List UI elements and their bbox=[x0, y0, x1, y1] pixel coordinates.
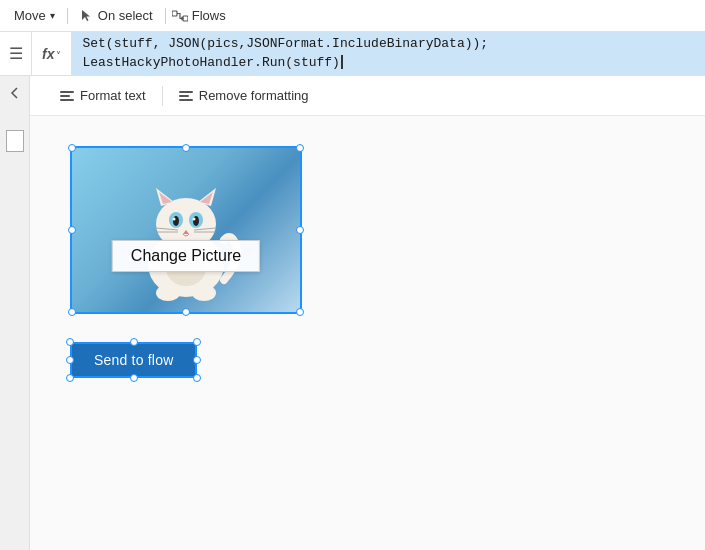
fx-chevron-icon: ˅ bbox=[56, 50, 61, 61]
fx-label: fx bbox=[42, 46, 54, 62]
svg-point-12 bbox=[193, 216, 199, 226]
btn-handle-bl[interactable] bbox=[66, 374, 74, 382]
btn-handle-tr[interactable] bbox=[193, 338, 201, 346]
svg-point-13 bbox=[173, 218, 176, 221]
nav-separator-2 bbox=[165, 8, 166, 24]
btn-handle-ml[interactable] bbox=[66, 356, 74, 364]
formula-line2: LeastHackyPhotoHandler.Run(stuff) bbox=[82, 55, 339, 70]
svg-point-20 bbox=[156, 285, 180, 301]
left-sidebar bbox=[0, 76, 30, 550]
cat-svg-container bbox=[72, 148, 300, 312]
canvas-toolbar: Format text Remove formatting bbox=[30, 76, 705, 116]
cursor-icon bbox=[80, 9, 94, 23]
handle-top-right[interactable] bbox=[296, 144, 304, 152]
change-picture-label: Change Picture bbox=[112, 240, 260, 272]
on-select-button[interactable]: On select bbox=[74, 6, 159, 25]
handle-top-left[interactable] bbox=[68, 144, 76, 152]
send-to-flow-button[interactable]: Send to flow bbox=[70, 342, 197, 378]
flows-label: Flows bbox=[192, 8, 226, 23]
fx-button[interactable]: fx ˅ bbox=[32, 32, 72, 76]
handle-bottom-right[interactable] bbox=[296, 308, 304, 316]
formula-bar: ☰ fx ˅ Set(stuff, JSON(pics,JSONFormat.I… bbox=[0, 32, 705, 76]
btn-handle-tl[interactable] bbox=[66, 338, 74, 346]
format-text-label: Format text bbox=[80, 88, 146, 103]
svg-point-11 bbox=[173, 216, 179, 226]
svg-rect-0 bbox=[172, 11, 177, 16]
move-label: Move bbox=[14, 8, 46, 23]
sidebar-back-icon[interactable] bbox=[6, 84, 24, 102]
cat-image bbox=[72, 148, 300, 312]
cursor-caret bbox=[341, 55, 343, 69]
main-layout: Format text Remove formatting bbox=[0, 76, 705, 550]
handle-middle-right[interactable] bbox=[296, 226, 304, 234]
handle-top-center[interactable] bbox=[182, 144, 190, 152]
remove-formatting-button[interactable]: Remove formatting bbox=[165, 82, 323, 109]
move-button[interactable]: Move ▾ bbox=[8, 6, 61, 25]
flows-icon bbox=[172, 9, 188, 23]
hamburger-menu-button[interactable]: ☰ bbox=[0, 32, 32, 76]
canvas-content: Change Picture Send to flow bbox=[30, 116, 705, 408]
handle-bottom-left[interactable] bbox=[68, 308, 76, 316]
remove-formatting-icon bbox=[179, 91, 193, 101]
btn-handle-mr[interactable] bbox=[193, 356, 201, 364]
btn-handle-br[interactable] bbox=[193, 374, 201, 382]
handle-middle-left[interactable] bbox=[68, 226, 76, 234]
toolbar-separator bbox=[162, 86, 163, 106]
formula-line1: Set(stuff, JSON(pics,JSONFormat.IncludeB… bbox=[82, 36, 488, 51]
svg-point-21 bbox=[192, 285, 216, 301]
handle-bottom-center[interactable] bbox=[182, 308, 190, 316]
formula-content[interactable]: Set(stuff, JSON(pics,JSONFormat.IncludeB… bbox=[72, 32, 705, 76]
formula-text: Set(stuff, JSON(pics,JSONFormat.IncludeB… bbox=[82, 35, 488, 71]
svg-point-14 bbox=[193, 218, 196, 221]
move-chevron-icon: ▾ bbox=[50, 10, 55, 21]
hamburger-icon: ☰ bbox=[9, 44, 23, 63]
top-bar-left: Move ▾ On select Flows bbox=[8, 6, 226, 25]
image-button[interactable]: Change Picture bbox=[70, 146, 302, 314]
btn-handle-tc[interactable] bbox=[130, 338, 138, 346]
format-text-button[interactable]: Format text bbox=[46, 82, 160, 109]
on-select-label: On select bbox=[98, 8, 153, 23]
flow-button-wrapper: Send to flow bbox=[70, 342, 197, 378]
cat-illustration bbox=[96, 150, 276, 310]
remove-formatting-label: Remove formatting bbox=[199, 88, 309, 103]
top-bar: Move ▾ On select Flows bbox=[0, 0, 705, 32]
sidebar-box bbox=[6, 130, 24, 152]
nav-separator bbox=[67, 8, 68, 24]
format-text-icon bbox=[60, 91, 74, 101]
flows-button[interactable]: Flows bbox=[172, 8, 226, 23]
canvas-area: Format text Remove formatting bbox=[30, 76, 705, 550]
btn-handle-bc[interactable] bbox=[130, 374, 138, 382]
